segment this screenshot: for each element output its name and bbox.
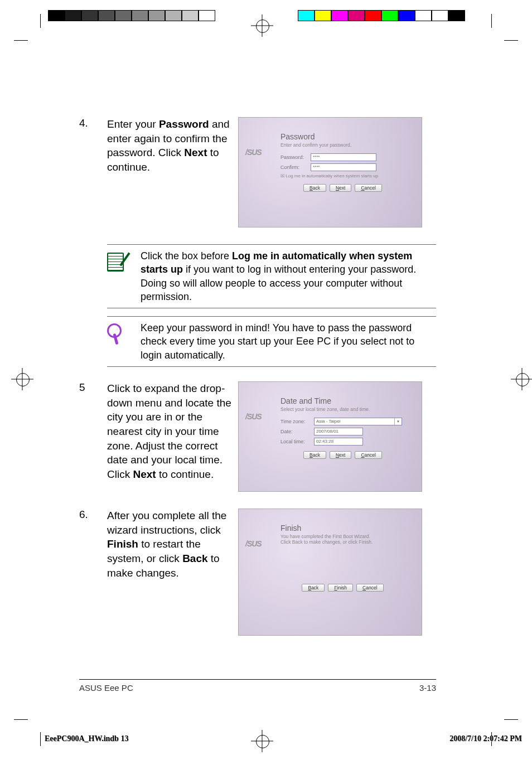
auto-login-checkbox[interactable]: ☒ Log me in automatically when system st… (280, 173, 405, 178)
back-button[interactable]: Back (303, 451, 326, 459)
note-text: Keep your password in mind! You have to … (130, 321, 436, 362)
password-label: Password: (280, 154, 311, 160)
manual-page: 4. Enter your Password and enter again t… (0, 0, 532, 760)
step-4: 4. Enter your Password and enter again t… (79, 117, 436, 227)
step-text: Click to expand the drop-down menu and l… (107, 381, 233, 481)
note-password-reminder: Keep your password in mind! You have to … (107, 316, 436, 367)
register-mark-side (11, 368, 33, 390)
confirm-label: Confirm: (280, 164, 311, 170)
back-button[interactable]: Back (303, 184, 326, 192)
cancel-button[interactable]: Cancel (355, 451, 381, 459)
back-button[interactable]: Back (302, 584, 325, 592)
asus-logo: /SUS (245, 539, 262, 548)
print-footer: EeePC900A_HW.indb 13 2008/7/10 2:07:42 P… (45, 734, 532, 743)
password-input[interactable]: **** (311, 153, 376, 161)
note-text: Click the box before Log me in automatic… (130, 249, 436, 303)
greyscale-bar (48, 10, 215, 21)
footer-right: 3-13 (419, 683, 436, 693)
dialog-title: Finish (280, 524, 405, 533)
date-input[interactable]: 2007/08/01 (314, 428, 363, 435)
time-input[interactable]: 02:43:28 (314, 438, 363, 446)
page-footer: ASUS Eee PC 3-13 (79, 679, 436, 693)
date-label: Date: (280, 429, 314, 434)
screenshot-finish: /SUS Finish You have completed the First… (238, 509, 422, 636)
timezone-select[interactable]: Asia - Taipei▼ (314, 418, 402, 425)
dialog-subtitle: Enter and confirm your password. (280, 142, 405, 148)
step-text: After you complete all the wizard instru… (107, 509, 233, 580)
finish-button[interactable]: Finish (328, 584, 353, 592)
step-5: 5 Click to expand the drop-down menu and… (79, 381, 436, 492)
chevron-down-icon: ▼ (394, 418, 400, 425)
asus-logo: /SUS (245, 148, 262, 157)
localtime-label: Local time: (280, 439, 314, 444)
note-autologin: Click the box before Log me in automatic… (107, 244, 436, 308)
step-6: 6. After you complete all the wizard ins… (79, 509, 436, 636)
confirm-input[interactable]: **** (311, 163, 376, 171)
step-number: 4. (79, 117, 107, 129)
timezone-label: Time zone: (280, 419, 314, 424)
dialog-subtitle: You have completed the First Boot Wizard… (280, 534, 381, 545)
next-button[interactable]: Next (330, 184, 351, 192)
register-mark-side (511, 368, 532, 390)
footer-left: ASUS Eee PC (79, 683, 133, 693)
dialog-title: Date and Time (280, 396, 405, 405)
page-content: 4. Enter your Password and enter again t… (79, 33, 436, 703)
top-printer-marks (0, 10, 532, 27)
step-number: 5 (79, 381, 107, 394)
screenshot-datetime: /SUS Date and Time Select your local tim… (238, 381, 422, 492)
asus-logo: /SUS (245, 412, 262, 421)
step-text: Enter your Password and enter again to c… (107, 117, 233, 175)
color-bar (298, 10, 465, 21)
screenshot-password: /SUS Password Enter and confirm your pas… (238, 117, 422, 227)
next-button[interactable]: Next (330, 451, 351, 459)
notepad-icon (107, 249, 130, 303)
print-file: EeePC900A_HW.indb 13 (45, 734, 128, 743)
dialog-subtitle: Select your local time zone, date and ti… (280, 406, 405, 412)
cancel-button[interactable]: Cancel (356, 584, 383, 592)
dialog-title: Password (280, 132, 405, 141)
step-number: 6. (79, 509, 107, 521)
magnifier-icon (107, 321, 130, 362)
cancel-button[interactable]: Cancel (355, 184, 381, 192)
print-date: 2008/7/10 2:07:42 PM (449, 734, 522, 743)
